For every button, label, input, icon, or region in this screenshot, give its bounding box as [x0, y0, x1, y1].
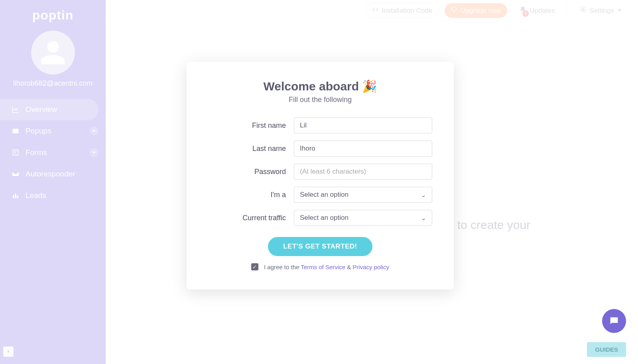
- chevron-down-icon: ⌄: [421, 191, 426, 199]
- current-traffic-select[interactable]: Select an option ⌄: [294, 210, 432, 226]
- terms-link[interactable]: Terms of Service: [301, 264, 345, 270]
- modal-subtitle: Fill out the following: [208, 96, 432, 104]
- current-traffic-label: Current traffic: [208, 214, 286, 222]
- chat-button[interactable]: [602, 309, 626, 333]
- im-a-select[interactable]: Select an option ⌄: [294, 187, 432, 203]
- im-a-label: I'm a: [208, 191, 286, 199]
- last-name-input[interactable]: [294, 141, 432, 157]
- first-name-input[interactable]: [294, 117, 432, 133]
- password-label: Password: [208, 168, 286, 176]
- guides-button[interactable]: GUIDES: [587, 342, 626, 357]
- lets-get-started-button[interactable]: LET'S GET STARTED!: [268, 237, 372, 256]
- modal-title: Welcome aboard 🎉: [208, 79, 432, 93]
- agree-checkbox[interactable]: ✓: [251, 263, 258, 270]
- chat-icon: [608, 315, 620, 327]
- last-name-label: Last name: [208, 145, 286, 153]
- first-name-label: First name: [208, 121, 286, 130]
- chevron-down-icon: ⌄: [421, 214, 426, 222]
- welcome-modal: Welcome aboard 🎉 Fill out the following …: [187, 62, 454, 290]
- password-input[interactable]: [294, 164, 432, 180]
- agree-row: ✓ I agree to the Terms of Service & Priv…: [208, 263, 432, 270]
- privacy-link[interactable]: Privacy policy: [352, 264, 389, 270]
